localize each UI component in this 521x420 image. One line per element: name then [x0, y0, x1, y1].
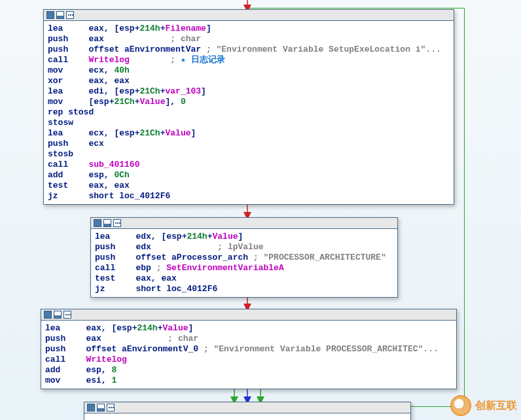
view-icon	[46, 11, 54, 19]
chart-icon	[54, 311, 62, 319]
block-titlebar	[84, 402, 410, 413]
view-icon	[87, 404, 95, 411]
watermark-logo: 创新互联	[450, 395, 517, 416]
chart-icon	[97, 404, 105, 411]
disasm-code[interactable]: lea eax, [esp+214h+Filename] push eax ; …	[44, 21, 454, 204]
view-icon	[94, 219, 101, 227]
chart-icon	[103, 219, 111, 227]
disasm-block-4[interactable]	[84, 402, 411, 420]
options-icon	[66, 11, 74, 19]
disasm-block-3[interactable]: lea eax, [esp+214h+Value] push eax ; cha…	[41, 309, 457, 389]
options-icon	[107, 404, 115, 411]
block-titlebar	[41, 309, 456, 321]
options-icon	[113, 219, 121, 227]
disasm-code[interactable]: lea eax, [esp+214h+Value] push eax ; cha…	[41, 321, 456, 389]
disasm-code[interactable]	[84, 413, 410, 420]
options-icon	[63, 311, 71, 319]
logo-icon	[450, 395, 471, 416]
disasm-block-1[interactable]: lea eax, [esp+214h+Filename] push eax ; …	[43, 9, 454, 205]
block-titlebar	[44, 10, 454, 21]
disasm-code[interactable]: lea edx, [esp+214h+Value] push edx ; lpV…	[91, 229, 397, 297]
block-titlebar	[91, 218, 397, 229]
chart-icon	[56, 11, 64, 19]
view-icon	[44, 311, 52, 319]
watermark-text: 创新互联	[475, 399, 517, 413]
disasm-block-2[interactable]: lea edx, [esp+214h+Value] push edx ; lpV…	[90, 217, 398, 298]
